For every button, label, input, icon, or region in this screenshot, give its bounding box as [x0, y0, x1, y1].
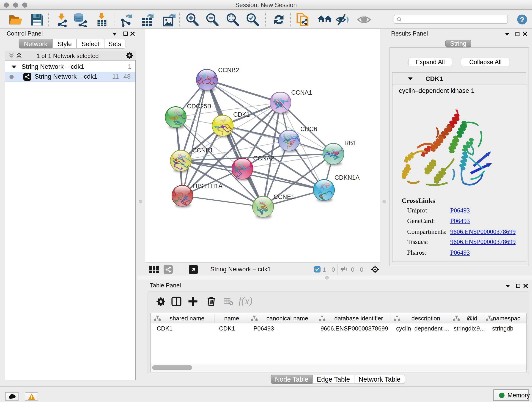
svg-text:CCNB2: CCNB2	[218, 67, 239, 74]
svg-text:CDK1: CDK1	[233, 111, 250, 118]
svg-text:CCNA2: CCNA2	[253, 155, 274, 162]
svg-text:CDKN1A: CDKN1A	[335, 174, 360, 181]
svg-text:?: ?	[520, 16, 524, 24]
svg-text:CCNB1: CCNB1	[192, 147, 213, 154]
svg-text:CCNE1: CCNE1	[273, 193, 295, 200]
svg-text:RB1: RB1	[344, 140, 356, 147]
svg-text:CCNA1: CCNA1	[291, 89, 312, 96]
svg-text:CDC6: CDC6	[300, 126, 317, 133]
svg-text:CDC25B: CDC25B	[187, 103, 211, 110]
svg-text:HIST1H1A: HIST1H1A	[193, 183, 222, 190]
